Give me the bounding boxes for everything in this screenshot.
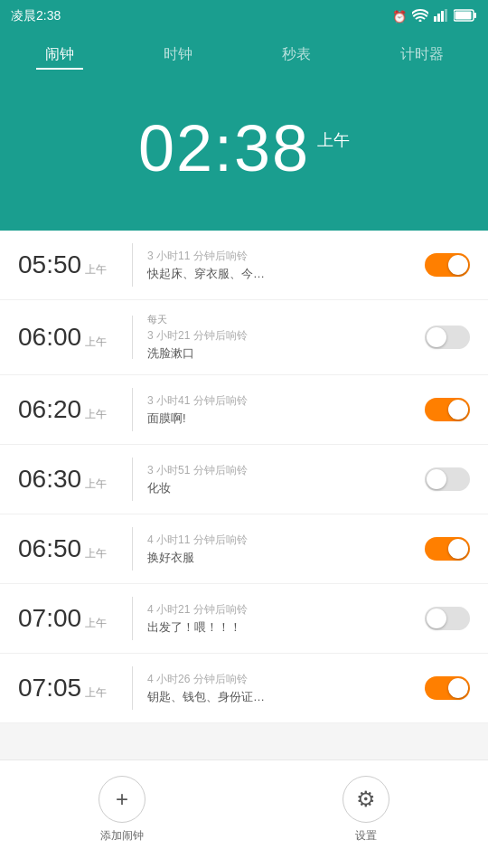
- alarm-info: 3 小时51 分钟后响铃 化妆: [147, 463, 425, 496]
- alarm-hour-minute: 06:20: [18, 395, 81, 424]
- alarm-countdown: 3 小时21 分钟后响铃: [147, 328, 425, 344]
- alarm-status-icon: ⏰: [392, 10, 407, 24]
- status-bar: 凌晨2:38 ⏰: [0, 0, 488, 33]
- alarm-item[interactable]: 06:00 上午 每天 3 小时21 分钟后响铃 洗脸漱口: [0, 300, 488, 375]
- alarm-item[interactable]: 05:50 上午 3 小时11 分钟后响铃 快起床、穿衣服、今…: [0, 231, 488, 300]
- bottom-bar: + 添加闹钟 ⚙ 设置: [0, 760, 488, 868]
- svg-rect-0: [434, 16, 436, 22]
- alarm-label: 换好衣服: [147, 550, 425, 566]
- settings-label: 设置: [355, 828, 377, 844]
- signal-icon: [434, 9, 448, 24]
- alarm-time: 06:50 上午: [18, 534, 117, 563]
- alarm-ampm: 上午: [85, 685, 107, 701]
- alarm-item[interactable]: 06:30 上午 3 小时51 分钟后响铃 化妆: [0, 445, 488, 514]
- alarm-info: 3 小时11 分钟后响铃 快起床、穿衣服、今…: [147, 249, 425, 282]
- tab-clock[interactable]: 时钟: [155, 42, 202, 70]
- alarm-toggle[interactable]: [425, 398, 470, 421]
- wifi-icon: [412, 9, 428, 24]
- alarm-label: 洗脸漱口: [147, 345, 425, 362]
- alarm-info: 4 小时26 分钟后响铃 钥匙、钱包、身份证…: [147, 672, 425, 705]
- alarm-ampm: 上午: [85, 335, 107, 350]
- tab-timer[interactable]: 计时器: [391, 42, 453, 70]
- alarm-divider: [132, 458, 133, 501]
- alarm-toggle[interactable]: [425, 676, 470, 700]
- alarm-hour-minute: 06:50: [18, 534, 81, 563]
- toggle-knob: [448, 400, 468, 420]
- alarm-info: 4 小时21 分钟后响铃 出发了！喂！！！: [147, 602, 425, 636]
- clock-ampm: 上午: [317, 129, 350, 151]
- alarm-toggle[interactable]: [425, 253, 470, 277]
- toggle-knob: [427, 609, 446, 628]
- alarm-divider: [132, 243, 133, 287]
- alarm-item[interactable]: 06:50 上午 4 小时11 分钟后响铃 换好衣服: [0, 514, 488, 584]
- svg-rect-5: [474, 13, 477, 18]
- alarm-time-section: 06:20 上午: [18, 395, 117, 424]
- alarm-label: 出发了！喂！！！: [147, 619, 425, 636]
- battery-icon: [454, 9, 477, 24]
- clock-time: 02:38: [138, 111, 310, 185]
- alarm-toggle[interactable]: [425, 467, 470, 491]
- alarm-hour-minute: 06:00: [18, 323, 81, 352]
- alarm-countdown: 4 小时26 分钟后响铃: [147, 672, 425, 687]
- alarm-info: 每天 3 小时21 分钟后响铃 洗脸漱口: [147, 313, 425, 362]
- alarm-info: 4 小时11 分钟后响铃 换好衣服: [147, 533, 425, 566]
- settings-button[interactable]: ⚙ 设置: [343, 776, 389, 844]
- svg-rect-1: [437, 14, 440, 22]
- alarm-label: 钥匙、钱包、身份证…: [147, 689, 425, 705]
- alarm-time: 06:00 上午: [18, 323, 117, 352]
- alarm-divider: [132, 388, 133, 431]
- tab-stopwatch[interactable]: 秒表: [273, 42, 320, 70]
- alarm-countdown: 3 小时41 分钟后响铃: [147, 393, 425, 409]
- alarm-time-section: 07:00 上午: [18, 604, 117, 633]
- alarm-time-section: 06:30 上午: [18, 465, 117, 494]
- add-alarm-button[interactable]: + 添加闹钟: [99, 776, 145, 844]
- alarm-divider: [132, 527, 133, 571]
- alarm-hour-minute: 06:30: [18, 465, 81, 494]
- alarm-ampm: 上午: [85, 262, 107, 278]
- toggle-knob: [448, 255, 468, 275]
- alarm-divider: [132, 316, 133, 359]
- alarm-ampm: 上午: [85, 546, 107, 561]
- add-alarm-icon: +: [99, 776, 145, 823]
- tab-alarm[interactable]: 闹钟: [36, 42, 83, 70]
- alarm-repeat: 每天: [147, 313, 425, 326]
- alarm-time-section: 07:05 上午: [18, 674, 117, 703]
- alarm-countdown: 4 小时11 分钟后响铃: [147, 533, 425, 548]
- alarm-label: 面膜啊!: [147, 410, 425, 427]
- alarm-info: 3 小时41 分钟后响铃 面膜啊!: [147, 393, 425, 427]
- toggle-knob: [448, 678, 468, 698]
- alarm-countdown: 3 小时51 分钟后响铃: [147, 463, 425, 478]
- alarm-toggle[interactable]: [425, 326, 470, 349]
- alarm-countdown: 3 小时11 分钟后响铃: [147, 249, 425, 264]
- alarm-label: 化妆: [147, 480, 425, 496]
- settings-icon: ⚙: [343, 776, 389, 823]
- alarm-hour-minute: 07:05: [18, 674, 81, 703]
- alarm-time: 07:05 上午: [18, 674, 117, 703]
- tab-bar: 闹钟 时钟 秒表 计时器: [0, 33, 488, 84]
- toggle-knob: [427, 469, 446, 489]
- alarm-time: 06:30 上午: [18, 465, 117, 494]
- alarm-time-section: 06:50 上午: [18, 534, 117, 563]
- alarm-hour-minute: 05:50: [18, 250, 81, 279]
- alarm-item[interactable]: 07:05 上午 4 小时26 分钟后响铃 钥匙、钱包、身份证…: [0, 654, 488, 723]
- alarm-time: 06:20 上午: [18, 395, 117, 424]
- toggle-knob: [448, 539, 468, 559]
- alarm-time-section: 05:50 上午: [18, 250, 117, 279]
- alarm-divider: [132, 666, 133, 710]
- clock-display: 02:38 上午: [0, 84, 488, 231]
- alarm-time: 07:00 上午: [18, 604, 117, 633]
- toggle-knob: [427, 327, 446, 347]
- svg-rect-3: [445, 9, 447, 22]
- alarm-hour-minute: 07:00: [18, 604, 81, 633]
- alarm-time: 05:50 上午: [18, 250, 117, 279]
- alarm-item[interactable]: 06:20 上午 3 小时41 分钟后响铃 面膜啊!: [0, 375, 488, 445]
- alarm-ampm: 上午: [85, 476, 107, 492]
- status-icons: ⏰: [392, 9, 477, 24]
- alarm-ampm: 上午: [85, 616, 107, 631]
- alarm-toggle[interactable]: [425, 607, 470, 630]
- svg-rect-6: [455, 11, 472, 19]
- alarm-toggle[interactable]: [425, 537, 470, 561]
- alarm-countdown: 4 小时21 分钟后响铃: [147, 602, 425, 618]
- alarm-divider: [132, 597, 133, 640]
- alarm-item[interactable]: 07:00 上午 4 小时21 分钟后响铃 出发了！喂！！！: [0, 584, 488, 654]
